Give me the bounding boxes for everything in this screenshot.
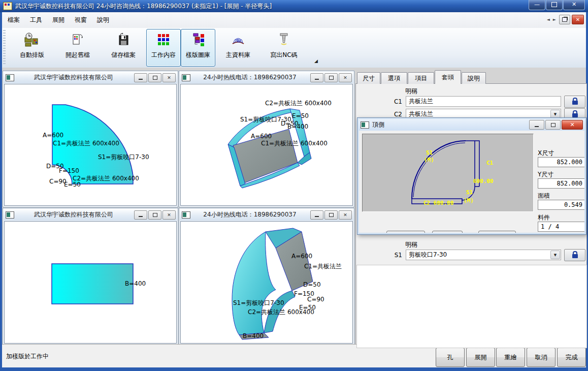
dialog-maximize-button[interactable] <box>545 120 561 130</box>
drawing-label: C=90 <box>307 296 324 303</box>
dialog-close-button[interactable]: ✕ <box>562 120 583 130</box>
end-button[interactable]: 结束 <box>478 231 516 233</box>
drawing-label: C2=共板法兰 600x400 <box>248 308 314 317</box>
y-size-label: Y尺寸 <box>538 170 553 179</box>
c1-lock-button[interactable] <box>564 96 585 108</box>
drawing-label: C2 600.00 <box>423 200 454 206</box>
minimize-icon <box>315 79 319 80</box>
mdi-close-button[interactable]: ✕ <box>572 15 584 24</box>
menu-unfold[interactable]: 展開 <box>48 14 69 26</box>
y-size-field[interactable]: 852.000 <box>538 178 584 189</box>
minimize-icon <box>535 126 539 127</box>
toolbar-overflow-icon[interactable]: ◢ <box>314 58 318 64</box>
s1-value: 剪板咬口7-30 <box>409 251 447 259</box>
child-title-bar[interactable]: 武汉华宇诚数控科技有限公司 ✕ <box>4 72 177 83</box>
menu-file[interactable]: 檔案 <box>3 14 24 26</box>
save-file-button[interactable]: 儲存檔案 <box>101 29 146 67</box>
child-minimize-button[interactable] <box>310 210 323 220</box>
mdi-nav-left-icon[interactable]: ◄ <box>545 17 551 22</box>
unfold-button[interactable]: 展開 <box>466 348 495 367</box>
tab-options[interactable]: 選項 <box>381 72 407 84</box>
drawing-label: B=400 <box>243 332 264 339</box>
child-close-button[interactable]: ✕ <box>162 210 176 220</box>
mdi-restore-button[interactable] <box>559 15 570 24</box>
child-maximize-button[interactable] <box>148 210 161 220</box>
s1-lock-button[interactable] <box>564 249 585 261</box>
tab-connector[interactable]: 套頭 <box>435 70 461 84</box>
menu-tools[interactable]: 工具 <box>25 14 47 26</box>
menu-help[interactable]: 說明 <box>92 14 114 26</box>
toolbar-label: 樣版圖庫 <box>186 51 210 59</box>
s1-combobox[interactable]: 剪板咬口7-30 ▼ <box>406 250 561 260</box>
drawing-label: B=400 <box>125 280 146 287</box>
toolbar-label: 自動排版 <box>20 51 44 59</box>
child-maximize-button[interactable] <box>148 73 161 82</box>
maximize-button[interactable] <box>546 0 563 10</box>
area-field[interactable]: 0.549 <box>538 200 584 210</box>
dialog-minimize-button[interactable] <box>529 120 544 130</box>
drawing-label: C1 <box>486 160 493 166</box>
child-maximize-button[interactable] <box>324 73 338 82</box>
open-file-button[interactable]: 開起舊檔 <box>55 29 101 67</box>
drawing-label: C2=共板法兰 600x400 <box>265 99 332 108</box>
tab-help[interactable]: 說明 <box>462 72 486 84</box>
maximize-icon <box>153 213 157 217</box>
toolbar-label: 儲存檔案 <box>111 51 136 59</box>
main-database-button[interactable]: 主資料庫 <box>215 29 261 67</box>
lock-icon <box>572 113 578 117</box>
connector-row-s1: S1 剪板咬口7-30 ▼ <box>357 249 585 261</box>
row-key: C2 <box>357 111 406 118</box>
restore-icon <box>562 17 567 22</box>
toolbar-grip[interactable] <box>3 30 6 65</box>
child-title-bar[interactable]: 武汉华宇诚数控科技有限公司 ✕ <box>4 209 177 221</box>
redraw-button[interactable]: 重繪 <box>496 348 525 367</box>
cancel-button[interactable]: 取消 <box>527 348 556 367</box>
x-size-field[interactable]: 852.000 <box>538 157 584 167</box>
auto-nest-button[interactable]: 自動排版 <box>9 29 55 67</box>
drawing-canvas[interactable]: C2=共板法兰 600x400S1=剪板咬口7-30E=50D=50B=400A… <box>180 84 353 206</box>
maximize-icon <box>329 213 334 217</box>
drawing-label: C1=共板法兰 600x400 <box>261 139 328 148</box>
finish-button[interactable]: 完成 <box>557 348 586 367</box>
child-close-button[interactable]: ✕ <box>339 73 352 82</box>
part-count-field[interactable]: 1 / 4 <box>538 222 584 232</box>
drawing-canvas[interactable]: A=600C1=共板法兰 600x400S1=剪板咬口7-30D=50F=150… <box>4 84 177 206</box>
minimize-button[interactable]: — <box>529 0 545 10</box>
auto-nest-icon <box>24 33 40 47</box>
tab-size[interactable]: 尺寸 <box>357 72 380 84</box>
dialog-title: 頂側 <box>372 120 528 129</box>
child-minimize-button[interactable] <box>310 73 323 82</box>
template-library-button[interactable]: 樣版圖庫 <box>181 29 215 67</box>
child-title-bar[interactable]: 24小时热线电话：18986290037 ✕ <box>180 72 353 83</box>
tab-items[interactable]: 項目 <box>408 72 434 84</box>
menu-window[interactable]: 視窗 <box>70 14 91 26</box>
drawing-canvas[interactable]: B=400 <box>4 221 177 344</box>
child-close-button[interactable]: ✕ <box>339 210 352 220</box>
chevron-down-icon[interactable]: ▼ <box>550 251 560 259</box>
drawing-canvas[interactable]: A=600C1=共板法兰D=50F=150C=90E=50S1=剪板咬口7-30… <box>180 221 353 344</box>
write-nc-button[interactable]: 寫出NC碼 <box>261 29 307 67</box>
area-label: 面積 <box>538 192 550 200</box>
row-key: S1 <box>357 252 406 259</box>
child-minimize-button[interactable] <box>134 210 147 220</box>
drawing-label: S1=剪板咬口7-30 <box>233 299 284 307</box>
mdi-nav-right-icon[interactable]: ► <box>551 17 558 22</box>
application-window: 武汉华宇诚数控科技有限公司 24小时咨询热线：18986290037 (未指定1… <box>0 0 588 371</box>
status-message: 加樣版於工作中 <box>6 352 49 361</box>
next-button[interactable]: 下一>> <box>432 231 463 233</box>
child-title-bar[interactable]: 24小时热线电话：18986290037 ✕ <box>180 209 353 221</box>
work-content-button[interactable]: 工作内容 <box>146 29 181 67</box>
view-window-3d-top: 24小时热线电话：18986290037 ✕ <box>179 71 354 207</box>
child-minimize-button[interactable] <box>134 73 147 82</box>
c1-value-field[interactable]: 共板法兰 <box>406 96 561 107</box>
hole-button[interactable]: 孔 <box>436 348 465 367</box>
dialog-title-bar[interactable]: 頂側 ✕ <box>358 119 585 131</box>
maximize-icon <box>329 76 334 80</box>
child-maximize-button[interactable] <box>324 210 338 220</box>
dialog-preview-canvas[interactable]: S1(M)C1600.00S1(M)C2 600.00 <box>362 134 534 212</box>
child-close-button[interactable]: ✕ <box>162 73 176 82</box>
close-button[interactable]: ✕ <box>563 0 585 10</box>
title-bar: 武汉华宇诚数控科技有限公司 24小时咨询热线：18986290037 (未指定1… <box>0 0 588 12</box>
previous-button[interactable]: <<前一 <box>386 231 425 233</box>
drawing-label: F=150 <box>59 167 79 174</box>
